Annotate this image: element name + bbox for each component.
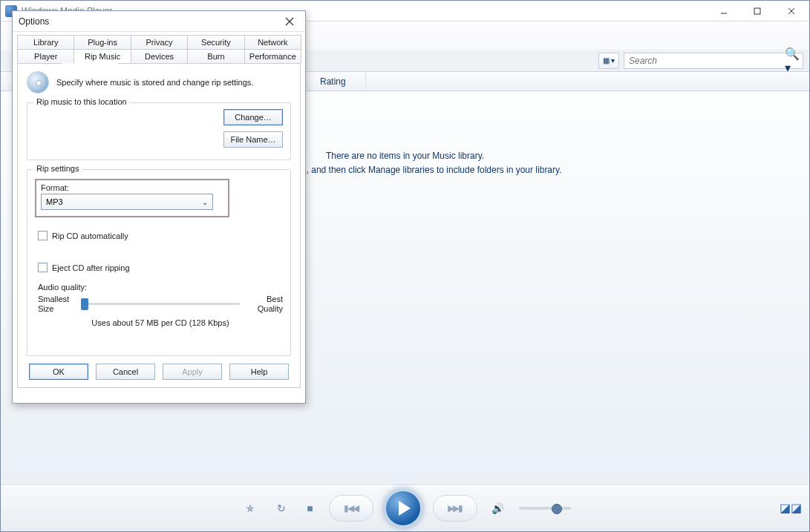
shuffle-button[interactable]: ✯	[240, 498, 261, 519]
cd-icon	[27, 71, 49, 93]
cancel-button[interactable]: Cancel	[96, 364, 155, 380]
stop-button[interactable]: ■	[302, 500, 319, 516]
play-button[interactable]	[384, 489, 422, 528]
rip-auto-checkbox[interactable]	[38, 231, 48, 240]
view-options-button[interactable]: ▦ ▾	[598, 53, 619, 69]
options-close-button[interactable]	[280, 14, 299, 29]
rip-settings-legend: Rip settings	[33, 164, 82, 173]
audio-quality-section: Audio quality: Smallest Size Best Qualit…	[38, 283, 283, 327]
tab-plugins[interactable]: Plug-ins	[74, 35, 131, 49]
svg-rect-1	[754, 8, 760, 14]
options-dialog: Options Library Plug-ins Privacy Securit…	[12, 10, 306, 404]
repeat-button[interactable]: ↻	[271, 498, 292, 519]
tab-rip-music[interactable]: Rip Music	[74, 49, 131, 63]
tab-security[interactable]: Security	[187, 35, 244, 49]
rip-location-group: Rip music to this location Change… File …	[27, 102, 291, 160]
file-name-button[interactable]: File Name…	[223, 131, 283, 148]
options-title: Options	[19, 16, 49, 27]
tab-player[interactable]: Player	[17, 49, 74, 63]
tab-performance[interactable]: Performance	[244, 49, 301, 63]
format-combo[interactable]: MP3 ⌄	[41, 194, 213, 210]
rip-description: Specify where music is stored and change…	[56, 78, 253, 87]
eject-after-row[interactable]: Eject CD after ripping	[38, 263, 283, 272]
smallest-size-label: Smallest Size	[38, 295, 75, 314]
volume-slider[interactable]	[519, 507, 571, 510]
search-input[interactable]	[624, 53, 785, 68]
eject-after-label: Eject CD after ripping	[52, 263, 130, 272]
switch-view-button[interactable]: ◪◪	[783, 500, 799, 516]
close-button[interactable]	[774, 1, 809, 22]
minimize-button[interactable]	[707, 1, 740, 22]
previous-button[interactable]: ▮◀◀	[329, 495, 373, 522]
search-icon[interactable]: 🔍 ▾	[785, 47, 803, 75]
maximize-button[interactable]	[740, 1, 774, 22]
help-button[interactable]: Help	[229, 364, 289, 380]
rip-auto-label: Rip CD automatically	[52, 231, 128, 240]
tab-network[interactable]: Network	[244, 35, 301, 49]
quality-info: Uses about 57 MB per CD (128 Kbps)	[38, 318, 283, 327]
audio-quality-label: Audio quality:	[38, 283, 283, 292]
tab-privacy[interactable]: Privacy	[131, 35, 188, 49]
tab-devices[interactable]: Devices	[131, 49, 188, 63]
apply-button[interactable]: Apply	[163, 364, 222, 380]
format-label: Format:	[41, 183, 223, 192]
change-location-button[interactable]: Change…	[223, 109, 283, 125]
audio-quality-slider[interactable]	[81, 297, 240, 312]
options-titlebar: Options	[13, 11, 305, 32]
best-quality-label: Best Quality	[246, 295, 283, 314]
next-button[interactable]: ▶▶▮	[433, 495, 477, 522]
format-value: MP3	[46, 197, 63, 206]
ok-button[interactable]: OK	[29, 364, 88, 380]
player-controls: ✯ ↻ ■ ▮◀◀ ▶▶▮ 🔊 ◪◪	[1, 484, 809, 531]
rip-music-panel: Specify where music is stored and change…	[17, 63, 301, 388]
rip-location-legend: Rip music to this location	[33, 97, 130, 106]
search-box[interactable]: 🔍 ▾	[624, 53, 803, 69]
dialog-button-row: OK Cancel Apply Help	[18, 364, 300, 380]
chevron-down-icon: ⌄	[202, 198, 208, 206]
tab-burn-options[interactable]: Burn	[187, 49, 244, 63]
mute-button[interactable]: 🔊	[488, 498, 509, 519]
rip-settings-group: Rip settings Format: MP3 ⌄ Rip CD automa…	[27, 169, 291, 356]
format-highlight: Format: MP3 ⌄	[35, 179, 229, 217]
tab-library[interactable]: Library	[17, 35, 74, 49]
slider-thumb[interactable]	[81, 298, 88, 310]
rip-auto-row[interactable]: Rip CD automatically	[38, 231, 283, 240]
options-tabs: Library Plug-ins Privacy Security Networ…	[13, 32, 305, 63]
eject-after-checkbox[interactable]	[38, 263, 48, 272]
